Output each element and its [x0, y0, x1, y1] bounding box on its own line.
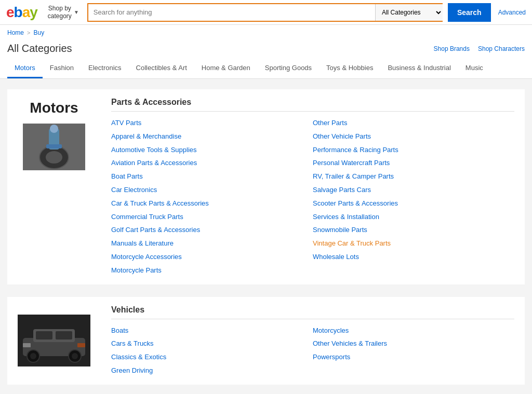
parts-accessories-title: Parts & Accessories: [111, 98, 514, 112]
category-select[interactable]: All Categories: [375, 4, 443, 21]
svg-point-12: [30, 353, 36, 359]
vehicles-title: Vehicles: [111, 305, 514, 319]
page-header-links: Shop Brands Shop Characters: [434, 45, 525, 52]
list-item[interactable]: Boat Parts: [111, 171, 313, 182]
search-button[interactable]: Search: [448, 3, 491, 22]
list-item[interactable]: Snowmobile Parts: [313, 225, 514, 236]
vehicles-section-right: Vehicles BoatsCars & TrucksClassics & Ex…: [101, 297, 525, 385]
parts-col2: Other PartsOther Vehicle PartsPerformanc…: [313, 118, 514, 276]
svg-point-14: [72, 353, 78, 359]
list-item[interactable]: Classics & Exotics: [111, 352, 313, 363]
list-item[interactable]: ATV Parts: [111, 118, 313, 129]
motors-title: Motors: [30, 100, 78, 116]
vehicles-col1: BoatsCars & TrucksClassics & ExoticsGree…: [111, 325, 313, 376]
main-content: Motors Parts & Accessories ATV PartsAppa…: [0, 79, 532, 394]
tab-collectibles[interactable]: Collectibles & Art: [129, 59, 194, 78]
svg-rect-15: [23, 343, 31, 347]
shop-characters-link[interactable]: Shop Characters: [478, 45, 525, 52]
header: ebay Shop bycategory ▼ All Categories Se…: [0, 0, 532, 25]
list-item[interactable]: Other Vehicles & Trailers: [313, 338, 514, 349]
list-item[interactable]: Scooter Parts & Accessories: [313, 198, 514, 209]
list-item[interactable]: Performance & Racing Parts: [313, 145, 514, 156]
list-item[interactable]: Wholesale Lots: [313, 252, 514, 263]
list-item[interactable]: Powersports: [313, 352, 514, 363]
ebay-logo[interactable]: ebay: [6, 5, 37, 20]
list-item[interactable]: Salvage Parts Cars: [313, 185, 514, 196]
logo-y: y: [30, 5, 37, 20]
list-item[interactable]: Motorcycle Parts: [111, 265, 313, 276]
breadcrumb-separator: >: [27, 30, 30, 36]
svg-rect-10: [56, 331, 72, 339]
tab-motors[interactable]: Motors: [7, 59, 43, 78]
motors-section: Motors Parts & Accessories ATV PartsAppa…: [7, 89, 525, 284]
vehicles-section-left: [7, 297, 101, 385]
motors-section-left: Motors: [7, 89, 101, 284]
tab-sporting-goods[interactable]: Sporting Goods: [258, 59, 319, 78]
svg-point-5: [50, 125, 58, 133]
page-title: All Categories: [7, 43, 72, 55]
list-item[interactable]: Golf Cart Parts & Accessories: [111, 225, 313, 236]
search-container: All Categories: [87, 3, 443, 22]
vehicles-grid: BoatsCars & TrucksClassics & ExoticsGree…: [111, 325, 514, 376]
tab-home-garden[interactable]: Home & Garden: [194, 59, 258, 78]
svg-point-2: [46, 151, 62, 164]
list-item[interactable]: Manuals & Literature: [111, 238, 313, 249]
list-item[interactable]: Cars & Trucks: [111, 338, 313, 349]
list-item[interactable]: RV, Trailer & Camper Parts: [313, 171, 514, 182]
svg-rect-9: [36, 331, 52, 339]
list-item[interactable]: Apparel & Merchandise: [111, 131, 313, 142]
page-header: All Categories Shop Brands Shop Characte…: [0, 40, 532, 59]
category-tabs: MotorsFashionElectronicsCollectibles & A…: [0, 59, 532, 79]
tab-toys-hobbies[interactable]: Toys & Hobbies: [319, 59, 380, 78]
list-item[interactable]: Aviation Parts & Accessories: [111, 158, 313, 169]
breadcrumb-buy[interactable]: Buy: [33, 29, 44, 36]
shop-by-category-button[interactable]: Shop bycategory ▼: [45, 3, 82, 22]
list-item[interactable]: Other Parts: [313, 118, 514, 129]
svg-rect-16: [77, 343, 85, 347]
shop-brands-link[interactable]: Shop Brands: [434, 45, 470, 52]
search-input[interactable]: [88, 4, 375, 21]
list-item[interactable]: Personal Watercraft Parts: [313, 158, 514, 169]
list-item[interactable]: Motorcycle Accessories: [111, 252, 313, 263]
shop-by-category-label: Shop bycategory: [48, 5, 72, 20]
breadcrumb: Home > Buy: [0, 25, 532, 40]
list-item[interactable]: Car Electronics: [111, 185, 313, 196]
logo-e: e: [6, 5, 14, 20]
vehicles-col2: MotorcyclesOther Vehicles & TrailersPowe…: [313, 325, 514, 376]
tab-business[interactable]: Business & Industrial: [380, 59, 458, 78]
motors-svg: [23, 124, 85, 170]
parts-col1: ATV PartsApparel & MerchandiseAutomotive…: [111, 118, 313, 276]
car-svg: [18, 315, 90, 366]
advanced-search-link[interactable]: Advanced: [498, 9, 526, 16]
tab-fashion[interactable]: Fashion: [43, 59, 81, 78]
svg-rect-4: [46, 144, 62, 148]
breadcrumb-home[interactable]: Home: [7, 29, 24, 36]
list-item[interactable]: Services & Installation: [313, 212, 514, 223]
motors-image: [23, 124, 85, 170]
list-item[interactable]: Automotive Tools & Supplies: [111, 145, 313, 156]
vehicles-section: Vehicles BoatsCars & TrucksClassics & Ex…: [7, 297, 525, 385]
list-item[interactable]: Vintage Car & Truck Parts: [313, 238, 514, 249]
list-item[interactable]: Car & Truck Parts & Accessories: [111, 198, 313, 209]
list-item[interactable]: Motorcycles: [313, 325, 514, 336]
list-item[interactable]: Boats: [111, 325, 313, 336]
list-item[interactable]: Other Vehicle Parts: [313, 131, 514, 142]
logo-a: a: [22, 5, 30, 20]
tab-electronics[interactable]: Electronics: [81, 59, 129, 78]
vehicles-image: [18, 315, 90, 366]
list-item[interactable]: Commercial Truck Parts: [111, 212, 313, 223]
parts-accessories-grid: ATV PartsApparel & MerchandiseAutomotive…: [111, 118, 514, 276]
chevron-down-icon: ▼: [74, 9, 79, 15]
tab-music[interactable]: Music: [458, 59, 490, 78]
logo-b: b: [14, 5, 22, 20]
motors-section-right: Parts & Accessories ATV PartsApparel & M…: [101, 89, 525, 284]
list-item[interactable]: Green Driving: [111, 365, 313, 376]
